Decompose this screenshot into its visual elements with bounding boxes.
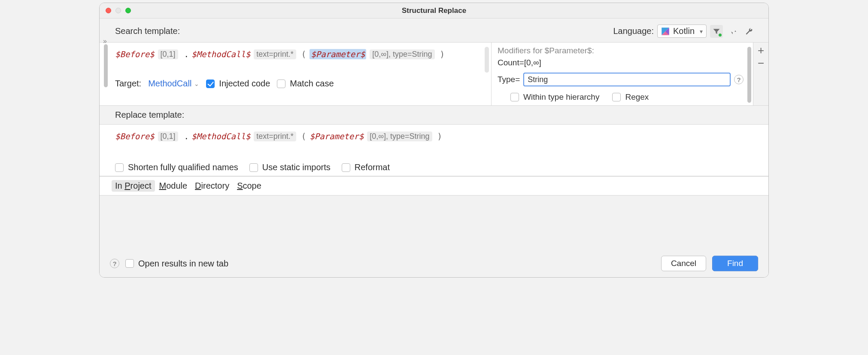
replace-template-row: $Before$ [0,1] . $MethodCall$ text=print… bbox=[100, 124, 768, 176]
language-select[interactable]: Kotlin ▾ bbox=[657, 24, 707, 38]
checkbox-icon bbox=[115, 163, 124, 172]
checkbox-icon bbox=[612, 93, 621, 101]
wrench-icon bbox=[745, 27, 753, 36]
before-count-pill: [0,1] bbox=[158, 132, 178, 141]
target-label: Target: bbox=[115, 79, 141, 89]
var-before: $Before$ bbox=[115, 132, 155, 141]
search-template-code[interactable]: $Before$ [0,1] . $MethodCall$ text=print… bbox=[115, 47, 485, 61]
checkbox-icon bbox=[249, 163, 258, 172]
help-button[interactable]: ? bbox=[110, 259, 119, 268]
editor-scrollbar[interactable] bbox=[485, 47, 489, 73]
target-select[interactable]: MethodCall ⌄ bbox=[148, 79, 199, 89]
regex-checkbox[interactable]: Regex bbox=[612, 92, 649, 102]
within-hierarchy-checkbox[interactable]: Within type hierarchy bbox=[510, 92, 599, 102]
filters-button[interactable] bbox=[710, 25, 723, 38]
kotlin-icon bbox=[661, 27, 670, 36]
var-before: $Before$ bbox=[115, 49, 155, 59]
var-parameter-selected[interactable]: $Parameter$ bbox=[310, 49, 366, 59]
language-label: Language: bbox=[613, 26, 654, 36]
cancel-button[interactable]: Cancel bbox=[661, 256, 706, 271]
checkbox-icon bbox=[342, 163, 350, 172]
param-count-pill: [0,∞], type=String bbox=[367, 132, 432, 141]
add-modifier-button[interactable]: + bbox=[758, 45, 764, 55]
checkbox-icon bbox=[510, 93, 519, 101]
before-count-pill: [0,1] bbox=[158, 49, 178, 59]
scope-row: In Project Module Directory Scope bbox=[100, 176, 768, 196]
scope-module[interactable]: Module bbox=[159, 181, 188, 191]
titlebar: Structural Replace bbox=[100, 3, 768, 18]
filter-active-indicator bbox=[719, 34, 722, 37]
type-input[interactable] bbox=[523, 73, 731, 86]
scope-scope[interactable]: Scope bbox=[237, 181, 261, 191]
modifiers-scrollbar[interactable] bbox=[747, 47, 751, 103]
search-template-row: $Before$ [0,1] . $MethodCall$ text=print… bbox=[100, 42, 768, 106]
method-text-pill: text=print.* bbox=[254, 132, 296, 141]
chevron-down-icon: ▾ bbox=[700, 28, 703, 35]
language-value: Kotlin bbox=[673, 26, 695, 36]
search-template-label: Search template: bbox=[115, 26, 180, 36]
target-value: MethodCall bbox=[148, 79, 191, 89]
replace-template-label: Replace template: bbox=[115, 110, 184, 120]
modifier-tools: + − bbox=[753, 43, 768, 105]
open-new-tab-checkbox[interactable]: Open results in new tab bbox=[125, 259, 228, 269]
checkbox-icon bbox=[277, 80, 285, 88]
var-parameter: $Parameter$ bbox=[310, 132, 364, 141]
pin-button[interactable] bbox=[726, 25, 739, 38]
static-imports-checkbox[interactable]: Use static imports bbox=[249, 162, 331, 172]
find-button[interactable]: Find bbox=[712, 256, 758, 271]
checkbox-icon bbox=[125, 259, 134, 268]
reformat-checkbox[interactable]: Reformat bbox=[342, 162, 390, 172]
method-text-pill: text=print.* bbox=[254, 49, 296, 59]
injected-code-checkbox[interactable]: Injected code bbox=[206, 79, 270, 89]
search-template-header: Search template: Language: Kotlin ▾ bbox=[100, 18, 768, 42]
dialog-title: Structural Replace bbox=[100, 6, 768, 15]
checkbox-icon bbox=[206, 80, 215, 88]
dialog-footer: ? Open results in new tab Cancel Find bbox=[100, 250, 768, 277]
replace-template-code[interactable]: $Before$ [0,1] . $MethodCall$ text=print… bbox=[115, 129, 762, 144]
search-template-editor[interactable]: $Before$ [0,1] . $MethodCall$ text=print… bbox=[100, 43, 491, 105]
pin-icon bbox=[728, 27, 737, 36]
shorten-names-checkbox[interactable]: Shorten fully qualified names bbox=[115, 162, 238, 172]
help-icon[interactable]: ? bbox=[734, 75, 744, 84]
replace-template-editor[interactable]: $Before$ [0,1] . $MethodCall$ text=print… bbox=[100, 125, 768, 176]
structural-replace-dialog: Structural Replace » Search template: La… bbox=[99, 3, 769, 278]
type-label: Type= bbox=[498, 75, 520, 84]
scope-in-project[interactable]: In Project bbox=[112, 180, 155, 192]
tools-button[interactable] bbox=[743, 25, 756, 38]
var-methodcall: $MethodCall$ bbox=[191, 49, 250, 59]
modifiers-title: Modifiers for $Parameter$: bbox=[498, 46, 744, 55]
replace-template-header: Replace template: bbox=[100, 106, 768, 124]
param-count-pill: [0,∞], type=String bbox=[370, 49, 434, 59]
modifier-count: Count=[0,∞] bbox=[498, 58, 744, 67]
var-methodcall: $MethodCall$ bbox=[191, 132, 250, 141]
chevron-down-icon: ⌄ bbox=[194, 80, 199, 87]
match-case-checkbox[interactable]: Match case bbox=[277, 79, 334, 89]
remove-modifier-button[interactable]: − bbox=[758, 58, 764, 68]
target-row: Target: MethodCall ⌄ Injected code Match… bbox=[115, 79, 485, 89]
modifiers-panel: Modifiers for $Parameter$: Count=[0,∞] T… bbox=[491, 43, 753, 105]
replace-options: Shorten fully qualified names Use static… bbox=[115, 162, 762, 172]
scope-directory[interactable]: Directory bbox=[195, 181, 229, 191]
